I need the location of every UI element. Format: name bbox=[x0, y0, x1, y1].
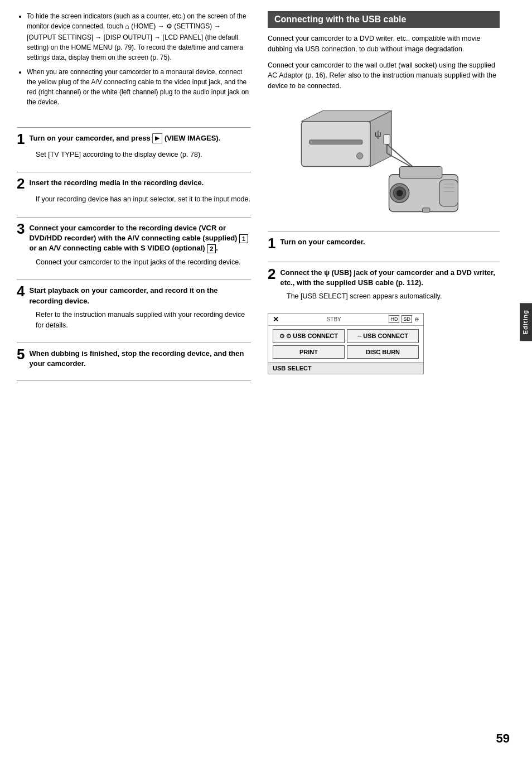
bullet-item-2: When you are connecting your camcorder t… bbox=[27, 67, 251, 107]
screen-buttons-grid: ⊙ ⊙ USB CONNECT ⏤ USB CONNECT PRINT DISC… bbox=[268, 326, 423, 362]
right-divider-2 bbox=[268, 262, 500, 262]
box-num-2: 2 bbox=[207, 244, 216, 253]
step-2-title: Insert the recording media in the record… bbox=[29, 178, 204, 188]
step-5-header: 5 When dubbing is finished, stop the rec… bbox=[17, 349, 251, 369]
screen-mode-icons: HD SD ⊖ bbox=[389, 315, 419, 323]
svg-text:ψ: ψ bbox=[375, 128, 381, 139]
box-num-1: 1 bbox=[239, 234, 248, 243]
divider-5 bbox=[17, 343, 251, 343]
svg-rect-3 bbox=[309, 140, 362, 144]
bullet-item: To hide the screen indicators (such as a… bbox=[27, 11, 251, 62]
minus-circle-icon: ⊖ bbox=[414, 316, 419, 322]
usb-connect-label-2: USB CONNECT bbox=[363, 332, 408, 339]
sd-icon: SD bbox=[402, 315, 412, 323]
disc-burn-label: DISC BURN bbox=[366, 349, 400, 355]
screen-stby-label: STBY bbox=[327, 316, 341, 322]
divider-2 bbox=[17, 172, 251, 172]
view-images-icon: ▶ bbox=[152, 133, 162, 143]
page-container: Editing To hide the screen indicators (s… bbox=[0, 0, 532, 757]
step-3-header: 3 Connect your camcorder to the recordin… bbox=[17, 223, 251, 254]
step-2-block: 2 Insert the recording media in the reco… bbox=[17, 178, 251, 209]
usb-icon-1: ⊙ bbox=[279, 332, 284, 339]
step-3-title: Connect your camcorder to the recording … bbox=[29, 223, 251, 254]
page-number: 59 bbox=[496, 731, 510, 746]
home-icon: ⌂ bbox=[125, 21, 129, 32]
step-5-block: 5 When dubbing is finished, stop the rec… bbox=[17, 349, 251, 372]
svg-rect-6 bbox=[384, 134, 390, 144]
step-4-number: 4 bbox=[17, 284, 25, 298]
step-1-block: 1 Turn on your camcorder, and press ▶ (V… bbox=[17, 133, 251, 165]
hd-sd-icon: HD bbox=[389, 315, 399, 323]
right-step-2-block: 2 Connect the ψ (USB) jack of your camco… bbox=[268, 268, 500, 306]
step-2-header: 2 Insert the recording media in the reco… bbox=[17, 178, 251, 191]
step-2-number: 2 bbox=[17, 176, 25, 191]
step-3-body: Connect your camcorder to the input jack… bbox=[36, 257, 251, 268]
screen-label-bar: USB SELECT bbox=[268, 362, 423, 374]
step-4-header: 4 Start playback on your camcorder, and … bbox=[17, 286, 251, 306]
right-step-1-block: 1 Turn on your camcorder. bbox=[268, 237, 500, 254]
left-column: To hide the screen indicators (such as a… bbox=[17, 11, 251, 746]
right-intro-2: Connect your camcorder to the wall outle… bbox=[268, 60, 500, 91]
usb-select-screen: ✕ STBY HD SD ⊖ ⊙ ⊙ USB CONNECT ⏤ USB CON… bbox=[268, 313, 424, 374]
step-4-body: Refer to the instruction manuals supplie… bbox=[36, 310, 251, 331]
divider-3 bbox=[17, 217, 251, 218]
right-column: Connecting with the USB cable Connect yo… bbox=[268, 11, 515, 746]
right-step-2-title: Connect the ψ (USB) jack of your camcord… bbox=[280, 268, 500, 288]
screen-x-button: ✕ bbox=[273, 315, 279, 324]
dvd-writer: ψ bbox=[301, 110, 391, 166]
step-1-title: Turn on your camcorder, and press ▶ (VIE… bbox=[29, 133, 220, 144]
step-3-block: 3 Connect your camcorder to the recordin… bbox=[17, 223, 251, 272]
print-btn[interactable]: PRINT bbox=[273, 345, 345, 359]
step-3-number: 3 bbox=[17, 221, 25, 236]
usb-diagram: ψ ⇐ bbox=[268, 103, 500, 220]
print-label: PRINT bbox=[299, 349, 318, 355]
right-intro-1: Connect your camcorder to a DVD writer, … bbox=[268, 33, 500, 55]
section-header: Connecting with the USB cable bbox=[268, 11, 500, 28]
right-step-1-number: 1 bbox=[268, 236, 275, 250]
right-divider-1 bbox=[268, 231, 500, 232]
right-step-2-header: 2 Connect the ψ (USB) jack of your camco… bbox=[268, 268, 500, 288]
divider-4 bbox=[17, 279, 251, 280]
content-area: To hide the screen indicators (such as a… bbox=[0, 0, 532, 757]
step-5-number: 5 bbox=[17, 347, 25, 361]
usb-connect-btn-1[interactable]: ⊙ ⊙ USB CONNECT bbox=[273, 329, 345, 343]
right-step-1-title: Turn on your camcorder. bbox=[280, 237, 365, 247]
divider-6 bbox=[17, 380, 251, 381]
svg-rect-18 bbox=[439, 180, 458, 206]
disc-burn-btn[interactable]: DISC BURN bbox=[347, 345, 419, 359]
svg-rect-22 bbox=[423, 208, 430, 213]
usb-diagram-svg: ψ ⇐ bbox=[283, 105, 484, 217]
divider-1 bbox=[17, 127, 251, 128]
svg-line-7 bbox=[387, 144, 415, 169]
usb-connect-label-1: ⊙ USB CONNECT bbox=[286, 332, 338, 339]
settings-icon: ⚙ bbox=[166, 22, 172, 30]
svg-point-17 bbox=[396, 190, 403, 196]
right-step-2-body: The [USB SELECT] screen appears automati… bbox=[287, 291, 500, 302]
camcorder bbox=[389, 166, 458, 212]
step-4-block: 4 Start playback on your camcorder, and … bbox=[17, 286, 251, 335]
step-1-body: Set [TV TYPE] according to the display d… bbox=[36, 150, 251, 160]
screen-top-bar: ✕ STBY HD SD ⊖ bbox=[268, 314, 423, 326]
right-step-2-number: 2 bbox=[268, 267, 275, 281]
step-1-number: 1 bbox=[17, 132, 25, 146]
usb-connect-btn-2[interactable]: ⏤ USB CONNECT bbox=[347, 329, 419, 343]
bullet-notes: To hide the screen indicators (such as a… bbox=[17, 11, 251, 112]
step-2-body: If your recording device has an input se… bbox=[36, 194, 251, 205]
side-tab: Editing bbox=[520, 303, 532, 341]
svg-rect-14 bbox=[400, 166, 442, 178]
svg-point-4 bbox=[356, 153, 362, 159]
step-5-title: When dubbing is finished, stop the recor… bbox=[29, 349, 251, 369]
usb-icon-2: ⏤ bbox=[357, 332, 361, 339]
step-1-header: 1 Turn on your camcorder, and press ▶ (V… bbox=[17, 133, 251, 146]
step-4-title: Start playback on your camcorder, and re… bbox=[29, 286, 251, 306]
right-step-1-header: 1 Turn on your camcorder. bbox=[268, 237, 500, 250]
